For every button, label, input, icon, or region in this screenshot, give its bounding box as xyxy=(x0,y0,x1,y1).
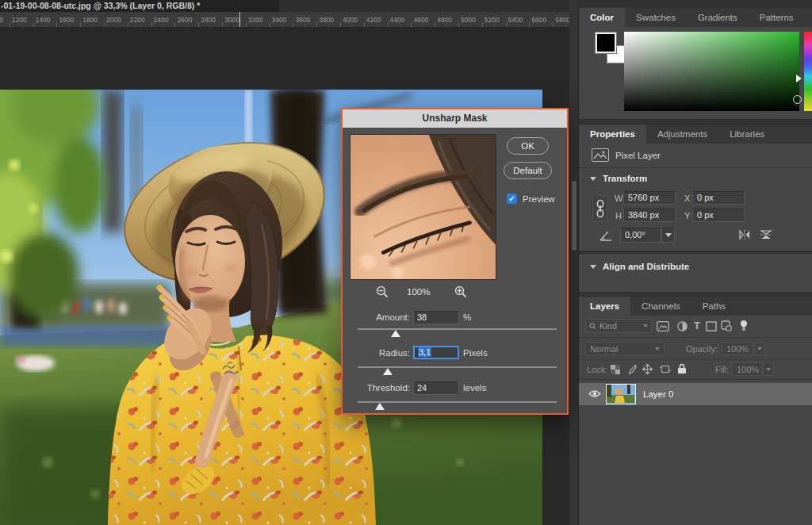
lock-artboard-icon[interactable] xyxy=(660,364,671,374)
fill-input[interactable]: 100% xyxy=(732,362,762,376)
amount-slider[interactable] xyxy=(358,328,557,338)
width-input[interactable]: 5760 px xyxy=(623,191,676,205)
fill-dropdown-button[interactable] xyxy=(763,362,774,376)
amount-slider-thumb[interactable] xyxy=(391,330,400,337)
angle-input[interactable]: 0,00° xyxy=(620,228,661,243)
threshold-slider-thumb[interactable] xyxy=(375,403,385,410)
ruler-tick-label: 1800 xyxy=(82,16,98,24)
lock-pixels-icon[interactable] xyxy=(626,364,637,374)
ruler-tick-label: 4200 xyxy=(366,16,381,24)
preview-checkbox[interactable]: ✓ xyxy=(507,194,517,204)
photoshop-window: -01-19-00-08-08-utc.jpg @ 33,3% (Layer 0… xyxy=(0,0,812,525)
tab-channels[interactable]: Channels xyxy=(630,297,691,316)
foreground-color-swatch[interactable] xyxy=(596,33,616,53)
y-input[interactable]: 0 px xyxy=(692,209,745,222)
radius-slider[interactable] xyxy=(358,366,557,376)
ruler-tick-minor xyxy=(494,25,495,27)
lock-label: Lock: xyxy=(587,365,607,374)
link-dimensions-button[interactable] xyxy=(592,195,608,222)
layer-thumbnail[interactable] xyxy=(606,384,636,404)
lock-transparency-icon[interactable] xyxy=(611,365,620,374)
document-tab[interactable]: -01-19-00-08-08-utc.jpg @ 33,3% (Layer 0… xyxy=(0,0,279,12)
ruler-tick xyxy=(388,22,389,27)
ruler-tick-label: 4000 xyxy=(343,16,358,24)
ruler-tick-minor xyxy=(116,25,117,27)
kind-filter-select[interactable]: Kind xyxy=(585,319,652,333)
color-field[interactable] xyxy=(624,32,799,111)
chevron-down-icon xyxy=(590,265,596,269)
ruler-tick xyxy=(104,22,105,27)
filter-type-layers-icon[interactable]: T xyxy=(694,320,700,331)
threshold-unit: levels xyxy=(463,383,486,393)
ruler-tick-minor xyxy=(234,25,235,27)
lock-all-icon[interactable] xyxy=(677,363,687,374)
canvas-scrollbar-thumb[interactable] xyxy=(572,181,576,251)
x-input[interactable]: 0 px xyxy=(692,191,745,205)
zoom-in-icon[interactable] xyxy=(454,285,467,301)
ruler-tick-minor xyxy=(328,25,329,27)
filtering-toggle[interactable] xyxy=(740,320,748,332)
radius-slider-thumb[interactable] xyxy=(383,368,393,375)
tab-paths[interactable]: Paths xyxy=(691,297,737,316)
ok-button[interactable]: OK xyxy=(507,137,549,155)
tab-patterns[interactable]: Patterns xyxy=(749,8,805,27)
ruler-tick xyxy=(553,22,553,27)
filter-preview[interactable] xyxy=(350,134,496,280)
flip-horizontal-button[interactable] xyxy=(737,229,752,243)
ruler-tick-label: 5400 xyxy=(508,16,523,24)
threshold-label: Threshold: xyxy=(347,383,410,393)
hue-slider-pointer[interactable] xyxy=(796,75,802,82)
ruler-tick-label: 2400 xyxy=(154,16,169,24)
layer-row[interactable]: Layer 0 xyxy=(579,383,812,405)
panel-divider[interactable] xyxy=(569,0,579,525)
tab-color[interactable]: Color xyxy=(579,8,625,27)
ruler-tick xyxy=(458,22,459,27)
ruler-tick xyxy=(80,22,81,27)
ruler-tick-label: 1000 xyxy=(0,16,3,24)
blend-mode-select[interactable]: Normal xyxy=(585,342,665,355)
ruler-tick-minor xyxy=(45,25,46,27)
ruler-tick xyxy=(174,22,175,27)
angle-dropdown-button[interactable] xyxy=(661,228,675,243)
ruler-tick-minor xyxy=(423,25,423,27)
tab-swatches[interactable]: Swatches xyxy=(625,8,687,27)
properties-panel-tabs: Properties Adjustments Libraries xyxy=(579,125,812,144)
tab-layers[interactable]: Layers xyxy=(579,297,630,316)
threshold-input[interactable]: 24 xyxy=(413,381,459,395)
flip-vertical-button[interactable] xyxy=(760,228,772,244)
filter-adjustment-layers-icon[interactable] xyxy=(677,321,688,331)
chevron-down-icon xyxy=(590,177,596,181)
height-input[interactable]: 3840 px xyxy=(623,209,676,222)
ruler-tick xyxy=(246,22,247,27)
amount-label: Amount: xyxy=(354,312,410,322)
layer-filter-row: Kind T xyxy=(579,316,812,338)
lock-position-icon[interactable] xyxy=(642,364,653,374)
ruler-tick-minor xyxy=(541,25,542,27)
ruler-tick-minor xyxy=(518,25,519,27)
opacity-dropdown-button[interactable] xyxy=(754,342,765,355)
filter-smart-objects-icon[interactable] xyxy=(721,320,732,331)
ruler-tick-label: 3800 xyxy=(319,16,334,24)
tab-libraries[interactable]: Libraries xyxy=(718,125,776,144)
horizontal-ruler[interactable]: 1000120014001600180020002200240026002800… xyxy=(0,12,569,28)
ruler-tick xyxy=(151,22,152,27)
hue-slider[interactable] xyxy=(804,32,812,111)
radius-input[interactable]: 3,1 xyxy=(413,346,459,359)
amount-input[interactable]: 38 xyxy=(413,311,459,324)
threshold-slider[interactable] xyxy=(358,401,557,411)
ruler-tick-label: 5200 xyxy=(485,16,500,24)
tab-properties[interactable]: Properties xyxy=(579,125,646,144)
layer-visibility-eye-icon[interactable] xyxy=(588,387,601,401)
ruler-tick-label: 5800 xyxy=(555,16,569,24)
transform-header[interactable]: Transform xyxy=(603,174,647,183)
tab-gradients[interactable]: Gradients xyxy=(687,8,749,27)
filter-pixel-layers-icon[interactable] xyxy=(657,321,669,331)
tab-adjustments[interactable]: Adjustments xyxy=(646,125,718,144)
dialog-title[interactable]: Unsharp Mask xyxy=(343,109,567,128)
align-distribute-header[interactable]: Align and Distribute xyxy=(603,262,689,271)
filter-shape-layers-icon[interactable] xyxy=(706,321,717,331)
default-button[interactable]: Default xyxy=(504,162,552,179)
opacity-input[interactable]: 100% xyxy=(722,342,753,355)
color-field-cursor[interactable] xyxy=(793,95,802,104)
zoom-out-icon[interactable] xyxy=(376,285,389,301)
